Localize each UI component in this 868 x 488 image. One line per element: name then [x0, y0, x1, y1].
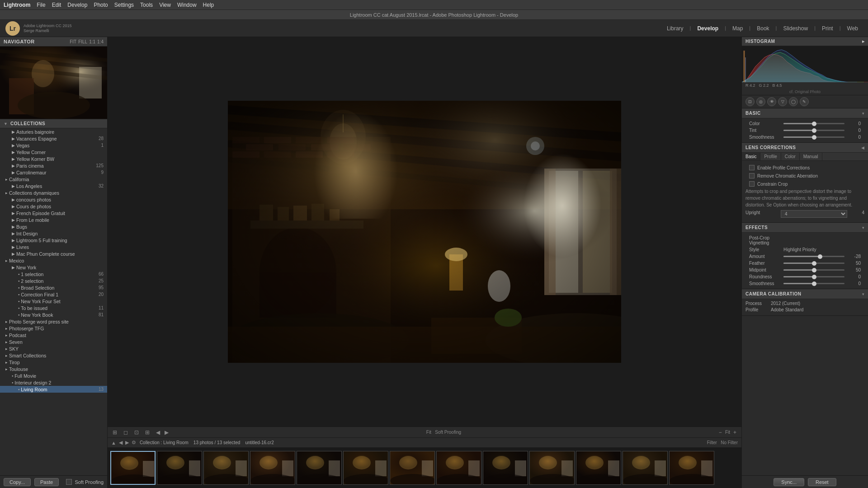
filmstrip-toggle[interactable]: ▲: [111, 440, 116, 446]
lens-corrections-header[interactable]: Lens Corrections ◀: [742, 143, 868, 153]
collection-item-14[interactable]: ▶Bugs: [0, 223, 107, 230]
collection-item-31[interactable]: ▸Seven: [0, 338, 107, 345]
photo-viewer[interactable]: [108, 37, 741, 427]
filmstrip-thumb-10[interactable]: [576, 451, 621, 485]
histogram-header[interactable]: Histogram ▸: [742, 37, 868, 46]
soft-proofing-toggle[interactable]: Soft Proofing: [66, 479, 104, 485]
tab-manual[interactable]: Manual: [800, 153, 822, 160]
tab-color[interactable]: Color: [781, 153, 800, 160]
module-develop[interactable]: Develop: [693, 23, 723, 33]
menu-window[interactable]: Window: [177, 2, 197, 8]
module-library[interactable]: Library: [662, 23, 688, 33]
tab-profile[interactable]: Profile: [760, 153, 781, 160]
filmstrip-thumb-9[interactable]: [529, 451, 575, 485]
collection-item-7[interactable]: ▸California: [0, 176, 107, 183]
collection-item-2[interactable]: ▶Vegas1: [0, 142, 107, 149]
collection-item-35[interactable]: ▸Toulouse: [0, 366, 107, 372]
radial-button[interactable]: ◯: [789, 97, 798, 106]
collection-item-20[interactable]: ▶New York: [0, 264, 107, 271]
filmstrip-thumb-5[interactable]: [343, 451, 388, 485]
filmstrip-thumb-3[interactable]: [250, 451, 295, 485]
collection-item-36[interactable]: ▪Full Movie: [0, 372, 107, 379]
menu-develop[interactable]: Develop: [67, 2, 87, 8]
collection-item-16[interactable]: ▶Lightroom 5 Full training: [0, 237, 107, 244]
module-slideshow[interactable]: Slideshow: [778, 23, 812, 33]
grid-view-button[interactable]: ⊞: [111, 429, 118, 436]
filmstrip-thumb-2[interactable]: [203, 451, 249, 485]
module-book[interactable]: Book: [752, 23, 774, 33]
collection-item-3[interactable]: ▶Yellow Corner: [0, 149, 107, 155]
redeye-button[interactable]: 👁: [767, 97, 776, 106]
collections-section-header[interactable]: ▼ Collections: [0, 119, 107, 128]
collection-item-13[interactable]: ▶From Le mobile: [0, 216, 107, 223]
histogram-expand[interactable]: ▸: [862, 39, 865, 44]
collection-item-26[interactable]: ▪To be issued11: [0, 305, 107, 311]
basic-header[interactable]: Basic ▾: [742, 108, 868, 118]
tab-basic[interactable]: Basic: [742, 153, 760, 160]
filmstrip-thumb-1[interactable]: [157, 451, 202, 485]
sync-button[interactable]: Sync...: [774, 478, 804, 486]
collection-item-28[interactable]: ▸Photo Serge word press site: [0, 318, 107, 325]
filmstrip-thumb-8[interactable]: [483, 451, 528, 485]
constrain-crop-checkbox[interactable]: [749, 181, 755, 187]
collection-item-29[interactable]: ▸Photoserge TFG: [0, 325, 107, 332]
filmstrip-thumb-12[interactable]: [669, 451, 714, 485]
module-map[interactable]: Map: [728, 23, 747, 33]
prev-photo-button[interactable]: ◀: [155, 429, 161, 436]
zoom-out-button[interactable]: −: [717, 429, 723, 436]
collection-item-4[interactable]: ▶Yellow Korner BW: [0, 155, 107, 162]
collection-item-17[interactable]: ▶Livres: [0, 244, 107, 250]
collection-item-24[interactable]: ▪Correction Final 120: [0, 291, 107, 298]
filmstrip-thumb-0[interactable]: [110, 451, 156, 485]
effects-header[interactable]: Effects ▾: [742, 223, 868, 233]
module-print[interactable]: Print: [817, 23, 838, 33]
collection-item-34[interactable]: ▸Tirop: [0, 359, 107, 366]
collection-item-5[interactable]: ▶Paris cinema125: [0, 162, 107, 169]
collection-item-8[interactable]: ▶Los Angeles32: [0, 183, 107, 189]
soft-proofing-checkbox[interactable]: [66, 479, 72, 485]
navigator-header[interactable]: Navigator FIT FILL 1:1 1:4: [0, 37, 107, 47]
menu-edit[interactable]: Edit: [52, 2, 61, 8]
collection-item-21[interactable]: ▪1 selection66: [0, 271, 107, 277]
collection-item-37[interactable]: ▪Interieur design 2: [0, 379, 107, 386]
collection-item-0[interactable]: ▶Asturies baignoire: [0, 128, 107, 135]
collection-item-1[interactable]: ▶Vacances Espagne28: [0, 135, 107, 142]
enable-profile-corrections-checkbox[interactable]: [749, 165, 755, 170]
zoom-fit[interactable]: FIT: [70, 39, 76, 44]
collection-item-10[interactable]: ▶concours photos: [0, 196, 107, 203]
filmstrip-prev[interactable]: ◀: [119, 440, 123, 446]
collection-item-23[interactable]: ▪Broad Selection95: [0, 284, 107, 291]
collection-item-30[interactable]: ▸Podcast: [0, 332, 107, 338]
collection-item-38[interactable]: ▪Living Room13: [0, 386, 107, 393]
filmstrip-options[interactable]: ⚙: [132, 440, 136, 446]
menu-view[interactable]: View: [159, 2, 171, 8]
color-slider-track[interactable]: [783, 123, 844, 124]
remove-ca-checkbox[interactable]: [749, 173, 755, 178]
camera-calibration-header[interactable]: Camera Calibration ▾: [742, 289, 868, 299]
collection-item-33[interactable]: ▸Smart Collections: [0, 352, 107, 359]
effects-amount-track[interactable]: [783, 256, 844, 257]
crop-tool-button[interactable]: ⊡: [745, 97, 755, 106]
collection-item-19[interactable]: ▸Mexico: [0, 257, 107, 264]
effects-smoothness-track[interactable]: [783, 283, 844, 284]
effects-roundness-track[interactable]: [783, 276, 844, 277]
zoom-1-4[interactable]: 1:4: [97, 39, 104, 44]
filmstrip-thumb-6[interactable]: [390, 451, 435, 485]
menu-file[interactable]: File: [37, 2, 45, 8]
filmstrip-thumb-4[interactable]: [297, 451, 342, 485]
compare-view-button[interactable]: ⊡: [133, 429, 140, 436]
filmstrip-thumb-7[interactable]: [436, 451, 481, 485]
collection-item-27[interactable]: ▪New York Book81: [0, 311, 107, 318]
loupe-view-button[interactable]: ◻: [122, 429, 129, 436]
collection-item-32[interactable]: ▸SKY: [0, 345, 107, 352]
menu-photo[interactable]: Photo: [94, 2, 108, 8]
zoom-1-1[interactable]: 1:1: [89, 39, 95, 44]
collection-item-15[interactable]: ▶Int Design: [0, 230, 107, 237]
effects-midpoint-track[interactable]: [783, 269, 844, 271]
collection-item-11[interactable]: ▶Cours de photos: [0, 203, 107, 210]
menu-settings[interactable]: Settings: [114, 2, 134, 8]
brush-button[interactable]: ✎: [800, 97, 809, 106]
survey-view-button[interactable]: ⊞: [144, 429, 151, 436]
next-photo-button[interactable]: ▶: [163, 429, 170, 436]
zoom-fill[interactable]: FILL: [78, 39, 87, 44]
